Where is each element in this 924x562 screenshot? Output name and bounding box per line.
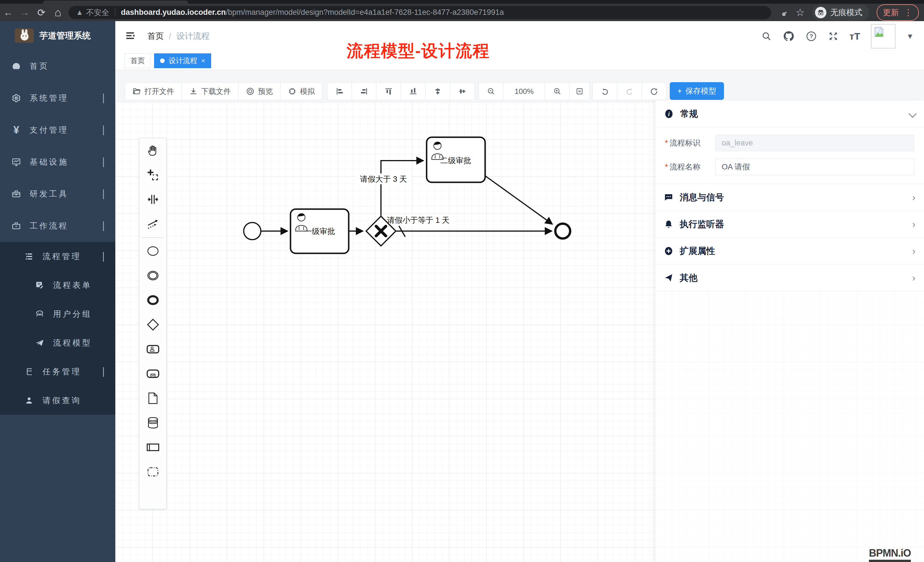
reload-icon[interactable]: ⟳ [33, 7, 50, 18]
update-button[interactable]: 更新 ⋮ [877, 4, 919, 21]
zoom-level[interactable]: 100% [503, 82, 545, 100]
user-task-level1[interactable]: 一级审批 [291, 209, 349, 253]
create-intermediate-event[interactable] [139, 263, 166, 288]
sidebar-item-process-form[interactable]: 流程表单 [0, 271, 115, 300]
flow-gateway-to-task2[interactable] [381, 160, 423, 216]
url-bar[interactable]: ▲ 不安全 dashboard.yudao.iocoder.cn /bpm/ma… [69, 6, 771, 19]
font-size-icon[interactable]: тT [849, 31, 860, 42]
section-title: 其他 [680, 272, 698, 284]
create-end-event[interactable] [139, 288, 166, 312]
align-top-button[interactable] [376, 82, 401, 100]
bookmark-star-icon[interactable]: ☆ [796, 7, 805, 18]
align-hcenter-button[interactable] [450, 82, 474, 100]
create-gateway[interactable] [139, 312, 166, 337]
flow-task2-to-end[interactable] [485, 176, 552, 224]
global-connect-tool[interactable] [139, 212, 166, 236]
section-general[interactable]: i 常规 [655, 100, 924, 127]
sidebar-item-task-mgmt[interactable]: 任务管理 [0, 357, 115, 386]
sidebar-collapse-icon[interactable] [124, 30, 136, 42]
create-subprocess[interactable] [139, 361, 166, 386]
sidebar-item-user-group[interactable]: 用户分组 [0, 300, 115, 328]
breadcrumb-current: 设计流程 [176, 30, 210, 42]
close-icon[interactable]: × [201, 57, 205, 65]
create-user-task[interactable] [139, 337, 166, 361]
zoom-out-button[interactable] [479, 82, 503, 100]
flow-label-le1[interactable]: 请假小于等于 1 天 [387, 216, 450, 225]
user-task-level2[interactable]: 二级审批 [427, 137, 485, 182]
start-event[interactable] [244, 223, 261, 240]
palette-separator [142, 237, 164, 238]
simulate-button[interactable]: 模拟 [280, 82, 322, 100]
create-data-store[interactable] [139, 411, 166, 435]
sidebar-item-label: 支付管理 [30, 125, 69, 135]
redo-button[interactable] [617, 82, 642, 100]
section-other[interactable]: 其他 › [655, 264, 924, 291]
password-key-icon[interactable] [778, 7, 788, 18]
sidebar-item-workflow[interactable]: 工作流程 [0, 210, 115, 242]
bpmn-io-watermark[interactable]: BPMN.iO [869, 547, 911, 562]
breadcrumb-home[interactable]: 首页 [147, 30, 164, 42]
open-file-label: 打开文件 [144, 87, 174, 96]
app-logo-row[interactable]: 芋道管理系统 [0, 21, 115, 50]
sidebar-item-label: 基础设施 [30, 157, 69, 168]
toolbox-icon [11, 189, 21, 199]
chevron-down-icon [909, 109, 916, 117]
sidebar-item-devtools[interactable]: 研发工具 [0, 178, 115, 210]
create-group[interactable] [139, 460, 166, 484]
home-icon[interactable]: ⌂ [50, 6, 66, 19]
caret-down-icon[interactable]: ▼ [906, 32, 914, 41]
align-bottom-button[interactable] [401, 82, 426, 100]
github-icon[interactable] [783, 30, 795, 42]
create-data-object[interactable] [139, 386, 166, 411]
align-vcenter-button[interactable] [426, 82, 450, 100]
end-event[interactable] [555, 224, 570, 238]
restart-button[interactable] [642, 82, 666, 100]
forward-icon[interactable]: → [16, 7, 33, 18]
screenshot-annotation: 流程模型-设计流程 [347, 40, 490, 62]
tag-bar: 首页 设计流程 × [115, 51, 924, 70]
sidebar-item-process-model[interactable]: 流程模型 [0, 328, 115, 357]
open-file-button[interactable]: 打开文件 [125, 82, 182, 100]
fullscreen-icon[interactable] [828, 31, 838, 42]
create-participant[interactable] [139, 435, 166, 460]
browser-menu-icon[interactable]: ⋮ [904, 7, 913, 17]
not-secure-label[interactable]: 不安全 [86, 7, 109, 18]
avatar[interactable] [871, 24, 896, 48]
process-name-input[interactable] [715, 159, 914, 175]
section-extended-attrs[interactable]: 扩展属性 › [655, 238, 924, 264]
chevron-down-icon [103, 126, 104, 135]
section-message-signal[interactable]: 消息与信号 › [655, 184, 924, 211]
sidebar-item-system[interactable]: 系统管理 [0, 82, 115, 114]
message-icon [664, 193, 674, 202]
help-icon[interactable]: ? [806, 30, 817, 42]
back-icon[interactable]: ← [0, 7, 16, 18]
save-model-button[interactable]: + 保存模型 [670, 82, 724, 100]
tab-home[interactable]: 首页 [124, 53, 151, 68]
align-left-button[interactable] [327, 82, 352, 100]
undo-button[interactable] [593, 82, 617, 100]
zoom-fit-button[interactable] [570, 82, 590, 100]
preview-button[interactable]: 预览 [238, 82, 280, 100]
browser-active-tab[interactable] [43, 1, 188, 4]
align-right-button[interactable] [352, 82, 376, 100]
sidebar-item-process-mgmt[interactable]: 流程管理 [0, 242, 115, 271]
search-icon[interactable] [761, 31, 772, 42]
download-file-button[interactable]: 下载文件 [182, 82, 238, 100]
url-domain: dashboard.yudao.iocoder.cn [121, 8, 226, 17]
zoom-in-button[interactable] [545, 82, 570, 100]
hand-tool[interactable] [139, 138, 166, 163]
active-dot [160, 58, 165, 63]
incognito-label: 无痕模式 [830, 7, 862, 18]
flow-label-gt3[interactable]: 请假大于 3 天 [360, 175, 407, 183]
lasso-tool[interactable] [139, 163, 166, 187]
sidebar-item-payment[interactable]: ¥ 支付管理 [0, 114, 115, 146]
sidebar-item-infra[interactable]: 基础设施 [0, 146, 115, 178]
create-start-event[interactable] [139, 239, 166, 263]
space-tool[interactable] [139, 187, 166, 212]
section-execution-listener[interactable]: 执行监听器 › [655, 211, 924, 238]
sidebar-item-home[interactable]: 首页 [0, 50, 115, 82]
task1-label: 一级审批 [304, 227, 335, 236]
sidebar-item-leave-query[interactable]: 请假查询 [0, 386, 115, 415]
tab-design-process[interactable]: 设计流程 × [154, 53, 211, 68]
process-key-input[interactable] [715, 135, 914, 151]
